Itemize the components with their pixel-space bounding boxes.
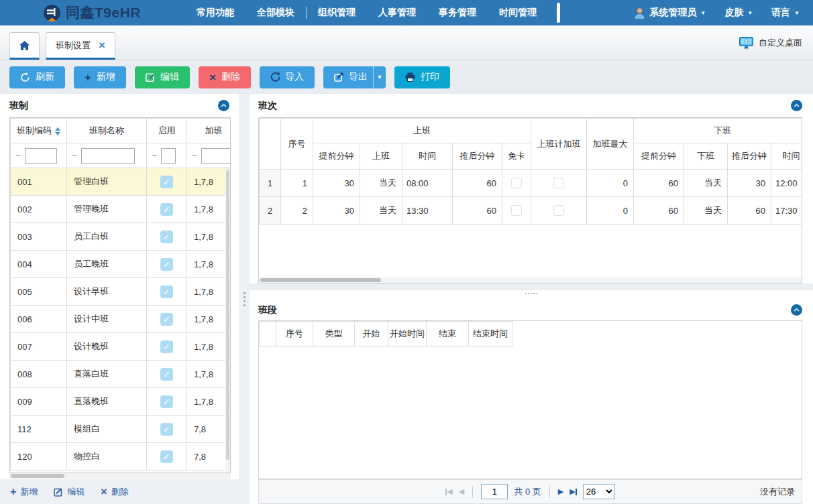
checkbox-checked[interactable]: ✓ bbox=[160, 258, 173, 271]
scrollbar-thumb[interactable] bbox=[11, 474, 64, 478]
page-number-input[interactable] bbox=[481, 484, 508, 499]
shift-system-row[interactable]: 001管理白班✓1,7,8 bbox=[11, 168, 231, 196]
checkbox-checked[interactable]: ✓ bbox=[160, 368, 173, 381]
checkbox-unchecked[interactable] bbox=[553, 205, 564, 216]
checkbox-checked[interactable]: ✓ bbox=[160, 231, 173, 243]
column-header-type[interactable]: 类型 bbox=[313, 322, 355, 346]
collapse-icon[interactable] bbox=[791, 304, 802, 316]
overtime-filter-input[interactable] bbox=[201, 148, 231, 164]
checkbox-checked[interactable]: ✓ bbox=[160, 423, 173, 436]
edit-button[interactable]: 编辑 bbox=[135, 66, 190, 88]
column-header-minutes-after[interactable]: 推后分钟 bbox=[453, 143, 502, 170]
tab-home[interactable] bbox=[9, 32, 40, 60]
nav-item-affairs[interactable]: 事务管理 bbox=[427, 7, 488, 19]
export-button[interactable]: 导出 ▼ bbox=[323, 66, 386, 88]
print-button[interactable]: 打印 bbox=[394, 66, 450, 88]
previous-page-button[interactable]: ◀ bbox=[459, 487, 464, 496]
horizontal-scrollbar[interactable] bbox=[259, 277, 802, 283]
column-header-end-time[interactable]: 结束时间 bbox=[469, 322, 512, 346]
vertical-scrollbar[interactable] bbox=[225, 169, 230, 472]
refresh-button[interactable]: 刷新 bbox=[9, 66, 65, 88]
close-icon[interactable]: × bbox=[99, 40, 105, 51]
column-header-off-duty[interactable]: 下班 bbox=[684, 143, 728, 170]
footer-edit-link[interactable]: 编辑 bbox=[54, 486, 85, 498]
shift-system-row[interactable]: 005设计早班✓1,7,8 bbox=[11, 278, 231, 306]
column-header-end[interactable]: 结束 bbox=[427, 322, 469, 346]
column-header-overtime[interactable]: 加班 bbox=[187, 119, 231, 143]
nav-item-organization[interactable]: 组织管理 bbox=[307, 7, 367, 19]
nav-item-all-modules[interactable]: 全部模块 bbox=[246, 7, 306, 19]
collapse-icon[interactable] bbox=[218, 100, 229, 111]
shift-system-row[interactable]: 003员工白班✓1,7,8 bbox=[11, 223, 231, 251]
checkbox-checked[interactable]: ✓ bbox=[160, 340, 173, 353]
nav-scrollbar[interactable] bbox=[557, 3, 560, 23]
page-size-select[interactable]: 26 bbox=[583, 484, 615, 499]
column-header-seq[interactable]: 序号 bbox=[276, 322, 313, 346]
tab-shift-settings[interactable]: 班制设置 × bbox=[46, 32, 115, 60]
column-header-time[interactable]: 时间 bbox=[771, 143, 802, 170]
last-page-button[interactable]: ▶ bbox=[570, 487, 576, 496]
nav-item-time[interactable]: 时间管理 bbox=[488, 7, 548, 19]
checkbox-unchecked[interactable] bbox=[511, 205, 522, 216]
shift-system-row[interactable]: 007设计晚班✓1,7,8 bbox=[11, 333, 231, 361]
column-header-no-card[interactable]: 免卡 bbox=[502, 143, 531, 170]
customize-desktop-button[interactable]: 自定义桌面 bbox=[739, 37, 802, 49]
column-header-seq[interactable]: 序号 bbox=[281, 119, 313, 170]
shift-system-row[interactable]: 002管理晚班✓1,7,8 bbox=[11, 196, 231, 223]
column-header-start[interactable]: 开始 bbox=[355, 322, 388, 346]
name-filter-input[interactable] bbox=[81, 148, 135, 164]
nav-item-personnel[interactable]: 人事管理 bbox=[367, 7, 427, 19]
column-header-name[interactable]: 班制名称 bbox=[67, 119, 147, 143]
export-dropdown-arrow[interactable]: ▼ bbox=[373, 66, 386, 88]
collapse-icon[interactable] bbox=[791, 100, 802, 111]
scrollbar-thumb[interactable] bbox=[226, 170, 229, 460]
shift-system-row[interactable]: 004员工晚班✓1,7,8 bbox=[11, 251, 231, 278]
shift-system-row[interactable]: 008直落白班✓1,7,8 bbox=[11, 361, 231, 388]
shift-system-row[interactable]: 006设计中班✓1,7,8 bbox=[11, 306, 231, 333]
shift-system-row[interactable]: 112模组白✓7,8 bbox=[11, 416, 231, 443]
add-button[interactable]: + 新增 bbox=[74, 66, 126, 88]
column-header-on-duty-overtime[interactable]: 上班计加班 bbox=[531, 119, 587, 170]
footer-delete-link[interactable]: × 删除 bbox=[101, 486, 128, 498]
user-menu[interactable]: 系统管理员 ▼ bbox=[634, 7, 706, 19]
checkbox-checked[interactable]: ✓ bbox=[160, 395, 173, 408]
column-header-enabled[interactable]: 启用 bbox=[147, 119, 187, 143]
checkbox-unchecked[interactable] bbox=[553, 178, 564, 188]
sort-icon[interactable] bbox=[55, 127, 60, 135]
column-header-minutes-before[interactable]: 提前分钟 bbox=[634, 143, 684, 170]
delete-button[interactable]: × 删除 bbox=[199, 66, 251, 88]
column-header-overtime-max[interactable]: 加班最大 bbox=[587, 119, 634, 170]
checkbox-checked[interactable]: ✓ bbox=[160, 450, 173, 463]
shift-system-row[interactable]: 009直落晚班✓1,7,8 bbox=[11, 388, 231, 416]
code-filter-input[interactable] bbox=[25, 148, 57, 164]
chevron-down-icon: ▼ bbox=[747, 10, 753, 16]
horizontal-scrollbar[interactable] bbox=[9, 473, 231, 479]
checkbox-unchecked[interactable] bbox=[511, 178, 522, 188]
import-button[interactable]: 导入 bbox=[260, 66, 315, 88]
checkbox-checked[interactable]: ✓ bbox=[160, 203, 173, 216]
checkbox-checked[interactable]: ✓ bbox=[160, 176, 173, 188]
enabled-filter-input[interactable] bbox=[161, 148, 176, 164]
checkbox-checked[interactable]: ✓ bbox=[160, 286, 173, 298]
shift-system-row[interactable]: 120物控白✓7,8 bbox=[11, 443, 231, 470]
column-header-minutes-before[interactable]: 提前分钟 bbox=[313, 143, 360, 170]
checkbox-checked[interactable]: ✓ bbox=[160, 313, 173, 326]
language-menu[interactable]: 语言 ▼ bbox=[771, 7, 800, 19]
horizontal-splitter[interactable] bbox=[250, 284, 813, 298]
column-header-minutes-after[interactable]: 推后分钟 bbox=[728, 143, 771, 170]
app-logo: 同鑫T9eHR bbox=[43, 3, 141, 22]
vertical-splitter[interactable] bbox=[239, 94, 250, 504]
footer-add-link[interactable]: + 新增 bbox=[10, 486, 38, 498]
nav-item-common-functions[interactable]: 常用功能 bbox=[185, 7, 246, 19]
column-header-time[interactable]: 时间 bbox=[402, 143, 453, 170]
next-page-button[interactable]: ▶ bbox=[558, 487, 563, 496]
column-header-start-time[interactable]: 开始时间 bbox=[388, 322, 427, 346]
shift-row[interactable]: 2230当天13:3060060当天6017:30 bbox=[260, 197, 803, 225]
scrollbar-thumb[interactable] bbox=[260, 278, 381, 282]
column-header-code[interactable]: 班制编码 bbox=[11, 119, 67, 143]
cell-checkbox bbox=[531, 170, 587, 197]
column-header-on-duty[interactable]: 上班 bbox=[360, 143, 402, 170]
first-page-button[interactable]: ◀ bbox=[445, 487, 452, 496]
shift-row[interactable]: 1130当天08:0060060当天3012:00 bbox=[260, 170, 803, 197]
skin-menu[interactable]: 皮肤 ▼ bbox=[724, 7, 753, 19]
